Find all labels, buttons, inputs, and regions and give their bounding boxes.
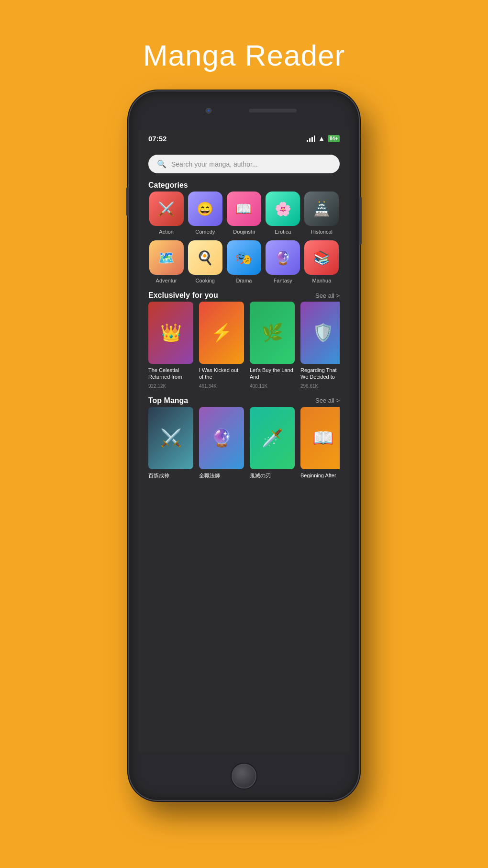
- category-item[interactable]: 📚 Manhua: [304, 240, 340, 283]
- app-title: Manga Reader: [143, 38, 345, 72]
- manga-cover-image: 🛡️: [300, 302, 340, 364]
- manga-card[interactable]: 👑 The Celestial Returned from 922.12K: [148, 302, 193, 389]
- top-manga-cover-image: ⚔️: [148, 407, 193, 469]
- category-image: 📚: [304, 240, 339, 275]
- category-label: Cooking: [196, 278, 215, 283]
- top-manga-cover-image: 🗡️: [250, 407, 295, 469]
- category-thumb: ⚔️: [149, 192, 184, 226]
- manga-cover: 🌿: [250, 302, 295, 364]
- category-image: 🌸: [266, 192, 300, 226]
- top-manga-cover: 🔮: [199, 407, 244, 469]
- top-manga-card[interactable]: ⚔️ 百炼成神: [148, 407, 193, 479]
- phone-shell: 07:52 ▲ 84+ 🔍 Search your manga, author.: [129, 91, 359, 800]
- category-label: Manhua: [312, 278, 332, 283]
- category-item[interactable]: 🌸 Erotica: [265, 192, 301, 235]
- manga-views: 461.34K: [199, 383, 244, 389]
- exclusive-header: Exclusively for you See all >: [148, 291, 340, 300]
- category-image: 😄: [188, 192, 222, 226]
- category-label: Erotica: [275, 229, 291, 235]
- home-button[interactable]: [232, 764, 256, 789]
- category-item[interactable]: ⚔️ Action: [148, 192, 184, 235]
- exclusive-title: Exclusively for you: [148, 291, 218, 300]
- category-item[interactable]: 🎭 Drama: [226, 240, 262, 283]
- search-icon: 🔍: [157, 159, 166, 169]
- search-placeholder: Search your manga, author...: [171, 160, 258, 168]
- manga-card[interactable]: ⚡ I Was Kicked out of the 461.34K: [199, 302, 244, 389]
- manga-cover-image: ⚡: [199, 302, 244, 364]
- exclusive-see-all[interactable]: See all >: [315, 292, 340, 299]
- phone-top-bar: [129, 91, 359, 130]
- exclusive-manga-row: 👑 The Celestial Returned from 922.12K ⚡ …: [148, 302, 340, 389]
- manga-cover: 👑: [148, 302, 193, 364]
- top-manga-title: Beginning After: [300, 472, 340, 479]
- top-manga-cover: 🗡️: [250, 407, 295, 469]
- category-thumb: 🗺️: [149, 240, 184, 275]
- manga-views: 400.11K: [250, 383, 295, 389]
- manga-cover-image: 🌿: [250, 302, 295, 364]
- top-manga-title: 全職法師: [199, 472, 244, 479]
- status-icons: ▲ 84+: [307, 135, 340, 142]
- category-image: 🎭: [227, 240, 261, 275]
- category-item[interactable]: 🏯 Historical: [304, 192, 340, 235]
- battery-badge: 84+: [328, 135, 340, 142]
- manga-title: Let's Buy the Land And: [250, 367, 295, 381]
- manga-cover: 🛡️: [300, 302, 340, 364]
- top-manga-cover: 📖: [300, 407, 340, 469]
- wifi-icon: ▲: [318, 135, 325, 142]
- categories-header: Categories: [148, 181, 340, 190]
- top-manga-cover-image: 🔮: [199, 407, 244, 469]
- top-manga-section: Top Manga See all > ⚔️ 百炼成神 🔮 全職法師 🗡️ 鬼滅…: [148, 396, 340, 479]
- signal-bar-2: [309, 138, 311, 142]
- phone-screen: 07:52 ▲ 84+ 🔍 Search your manga, author.: [139, 130, 349, 752]
- category-image: ⚔️: [149, 192, 184, 226]
- status-time: 07:52: [148, 135, 166, 143]
- top-manga-cover-image: 📖: [300, 407, 340, 469]
- category-image: 🍳: [188, 240, 222, 275]
- screen-content: 🔍 Search your manga, author... Categorie…: [139, 147, 349, 752]
- top-manga-cover: ⚔️: [148, 407, 193, 469]
- manga-cover-image: 👑: [148, 302, 193, 364]
- category-thumb: 📚: [304, 240, 339, 275]
- category-label: Comedy: [195, 229, 215, 235]
- category-thumb: 📖: [227, 192, 261, 226]
- category-thumb: 😄: [188, 192, 222, 226]
- category-item[interactable]: 📖 Doujinshi: [226, 192, 262, 235]
- signal-bar-1: [307, 140, 308, 142]
- top-manga-card[interactable]: 🗡️ 鬼滅の刃: [250, 407, 295, 479]
- category-label: Historical: [311, 229, 333, 235]
- category-label: Action: [159, 229, 174, 235]
- top-manga-see-all[interactable]: See all >: [315, 397, 340, 404]
- manga-card[interactable]: 🛡️ Regarding That We Decided to 296.61K: [300, 302, 340, 389]
- manga-cover: ⚡: [199, 302, 244, 364]
- category-thumb: 🏯: [304, 192, 339, 226]
- phone-speaker: [249, 109, 297, 113]
- categories-grid: ⚔️ Action 😄 Comedy 📖 Doujinshi 🌸 Erotica…: [148, 192, 340, 283]
- signal-bar-4: [314, 135, 315, 142]
- category-image: 📖: [227, 192, 261, 226]
- manga-views: 922.12K: [148, 383, 193, 389]
- category-thumb: 🎭: [227, 240, 261, 275]
- manga-title: The Celestial Returned from: [148, 367, 193, 381]
- category-item[interactable]: 🍳 Cooking: [187, 240, 223, 283]
- categories-section: Categories ⚔️ Action 😄 Comedy 📖 Doujinsh…: [148, 181, 340, 283]
- search-bar[interactable]: 🔍 Search your manga, author...: [148, 155, 340, 173]
- exclusive-section: Exclusively for you See all > 👑 The Cele…: [148, 291, 340, 389]
- category-item[interactable]: 🔮 Fantasy: [265, 240, 301, 283]
- category-item[interactable]: 🗺️ Adventur: [148, 240, 184, 283]
- manga-card[interactable]: 🌿 Let's Buy the Land And 400.11K: [250, 302, 295, 389]
- manga-title: Regarding That We Decided to: [300, 367, 340, 381]
- categories-title: Categories: [148, 181, 188, 190]
- category-image: 🔮: [266, 240, 300, 275]
- category-item[interactable]: 😄 Comedy: [187, 192, 223, 235]
- signal-icon: [307, 135, 315, 142]
- top-manga-card[interactable]: 📖 Beginning After: [300, 407, 340, 479]
- top-manga-title: 鬼滅の刃: [250, 472, 295, 479]
- category-thumb: 🔮: [266, 240, 300, 275]
- top-manga-header: Top Manga See all >: [148, 396, 340, 405]
- category-label: Drama: [236, 278, 252, 283]
- top-manga-card[interactable]: 🔮 全職法師: [199, 407, 244, 479]
- category-label: Fantasy: [274, 278, 292, 283]
- category-label: Doujinshi: [233, 229, 255, 235]
- top-manga-title: 百炼成神: [148, 472, 193, 479]
- category-thumb: 🌸: [266, 192, 300, 226]
